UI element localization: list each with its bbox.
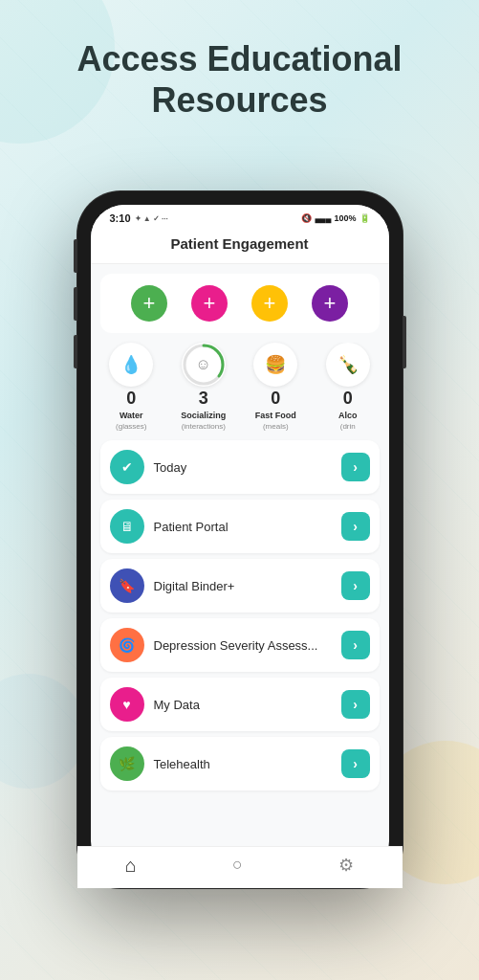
fastfood-sublabel: (meals) xyxy=(263,422,289,431)
patient-portal-label: Patient Portal xyxy=(154,520,341,534)
today-icon-circle: ✔ xyxy=(110,450,144,484)
water-label: Water xyxy=(120,411,143,420)
menu-item-telehealth[interactable]: 🌿 Telehealth › xyxy=(100,737,380,791)
stat-water: 💧 0 Water (glasses) xyxy=(97,343,167,431)
my-data-icon: ♥ xyxy=(122,697,130,712)
status-left-icons: ✦ ▲ ✓ ··· xyxy=(135,214,168,223)
depression-arrow-icon: › xyxy=(353,637,358,653)
app-header: Patient Engagement xyxy=(91,228,389,264)
fastfood-icon: 🍔 xyxy=(265,354,286,375)
digital-binder-arrow-icon: › xyxy=(353,578,358,593)
alcohol-label: Alco xyxy=(338,411,358,420)
stat-fastfood: 🍔 0 Fast Food (meals) xyxy=(241,343,312,431)
my-data-arrow-icon: › xyxy=(353,697,358,712)
digital-binder-arrow[interactable]: › xyxy=(341,571,370,600)
socializing-value: 3 xyxy=(199,389,208,409)
telehealth-label: Telehealth xyxy=(154,757,341,771)
today-icon: ✔ xyxy=(121,459,133,475)
patient-portal-arrow[interactable]: › xyxy=(341,512,370,541)
status-bar: 3:10 ✦ ▲ ✓ ··· 🔇 ▄▄▄ 100% 🔋 xyxy=(91,205,389,228)
patient-portal-icon: 🖥 xyxy=(120,519,134,534)
home-icon: ⌂ xyxy=(125,855,137,875)
patient-portal-icon-circle: 🖥 xyxy=(110,509,144,544)
fastfood-value: 0 xyxy=(271,389,280,409)
menu-list: ✔ Today › 🖥 Patient Portal › xyxy=(91,440,389,791)
status-time: 3:10 xyxy=(110,212,131,224)
socializing-sublabel: (interactions) xyxy=(182,422,226,431)
digital-binder-icon-circle: 🔖 xyxy=(110,568,144,603)
digital-binder-icon: 🔖 xyxy=(119,578,135,593)
patient-portal-arrow-icon: › xyxy=(353,519,358,534)
telehealth-arrow[interactable]: › xyxy=(341,749,370,778)
my-data-label: My Data xyxy=(154,698,341,712)
menu-item-depression[interactable]: 🌀 Depression Severity Assess... › xyxy=(100,618,380,672)
settings-icon: ⚙ xyxy=(338,855,354,875)
my-data-arrow[interactable]: › xyxy=(341,690,370,719)
add-button-4[interactable]: + xyxy=(312,285,348,322)
phone-mockup: 3:10 ✦ ▲ ✓ ··· 🔇 ▄▄▄ 100% 🔋 Patient Enga… xyxy=(77,191,403,888)
stats-row: 💧 0 Water (glasses) ☺ 3 xyxy=(91,333,389,440)
today-arrow[interactable]: › xyxy=(341,453,370,481)
my-data-icon-circle: ♥ xyxy=(110,687,144,722)
add-button-1[interactable]: + xyxy=(131,285,167,322)
telehealth-icon-circle: 🌿 xyxy=(110,746,144,781)
today-label: Today xyxy=(154,460,341,475)
status-right-icons: 🔇 ▄▄▄ 100% 🔋 xyxy=(301,213,369,223)
alcohol-icon: 🍾 xyxy=(337,354,359,375)
stat-socializing: ☺ 3 Socializing (interactions) xyxy=(168,343,239,431)
add-button-3[interactable]: + xyxy=(251,285,288,322)
nav-home[interactable]: ⌂ xyxy=(125,855,137,875)
water-sublabel: (glasses) xyxy=(116,422,146,431)
depression-label: Depression Severity Assess... xyxy=(154,638,341,653)
socializing-label: Socializing xyxy=(181,411,226,420)
menu-item-today[interactable]: ✔ Today › xyxy=(100,440,380,494)
depression-icon-circle: 🌀 xyxy=(110,628,144,662)
depression-arrow[interactable]: › xyxy=(341,631,370,659)
page-title-section: Access Educational Resources xyxy=(0,0,479,140)
fastfood-label: Fast Food xyxy=(255,411,296,420)
menu-item-my-data[interactable]: ♥ My Data › xyxy=(100,678,380,731)
water-value: 0 xyxy=(126,389,136,409)
bottom-nav: ⌂ ○ ⚙ xyxy=(91,846,389,875)
add-buttons-card: + + + + xyxy=(100,274,380,333)
menu-item-patient-portal[interactable]: 🖥 Patient Portal › xyxy=(100,500,380,553)
page-title: Access Educational Resources xyxy=(38,38,441,121)
telehealth-arrow-icon: › xyxy=(353,756,358,771)
digital-binder-label: Digital Binder+ xyxy=(154,579,341,593)
alcohol-sublabel: (drin xyxy=(340,422,356,431)
telehealth-icon: 🌿 xyxy=(119,756,135,771)
search-icon: ○ xyxy=(232,855,243,875)
socializing-arc xyxy=(182,343,226,387)
menu-item-digital-binder[interactable]: 🔖 Digital Binder+ › xyxy=(100,559,380,612)
alcohol-value: 0 xyxy=(343,389,353,409)
nav-settings[interactable]: ⚙ xyxy=(338,855,354,875)
depression-icon: 🌀 xyxy=(119,637,135,653)
stat-alcohol: 🍾 0 Alco (drin xyxy=(313,343,383,431)
nav-search[interactable]: ○ xyxy=(232,855,243,875)
today-arrow-icon: › xyxy=(353,459,358,475)
water-icon: 💧 xyxy=(120,354,142,375)
add-button-2[interactable]: + xyxy=(191,285,228,322)
